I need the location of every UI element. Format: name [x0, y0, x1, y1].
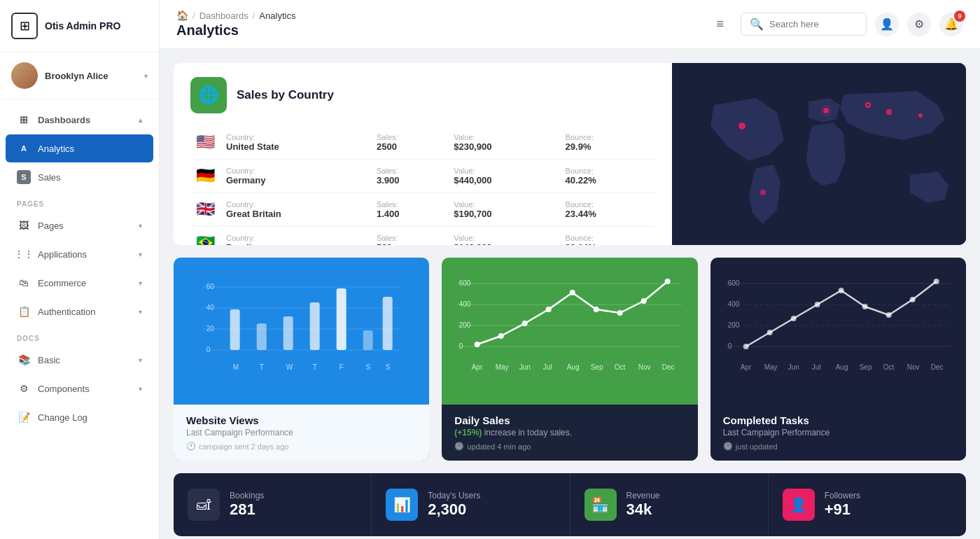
- clock-icon2: 🕐: [454, 442, 464, 451]
- bounce-value: 32.14%: [566, 242, 650, 245]
- page-title: Analytics: [176, 22, 699, 38]
- sidebar-item-authentication[interactable]: 📋 Authentication ▾: [6, 298, 153, 326]
- bar-chart-svg: 60 40 20 0 M T: [185, 266, 418, 378]
- changelog-label: Change Log: [38, 412, 142, 423]
- bounce-label: Bounce:: [566, 200, 650, 209]
- svg-text:Apr: Apr: [472, 363, 483, 371]
- svg-text:May: May: [496, 363, 509, 371]
- clock-icon3: 🕐: [723, 442, 733, 451]
- search-box[interactable]: 🔍: [741, 13, 867, 36]
- svg-point-4: [918, 113, 923, 118]
- daily-sales-time: 🕐 updated 4 min ago: [454, 442, 685, 451]
- docs-section-label: DOCS: [0, 326, 159, 345]
- bounce-label: Bounce:: [566, 167, 650, 175]
- stat-item: 🛋 Bookings 281: [174, 473, 372, 536]
- country-label: Country:: [226, 200, 365, 209]
- svg-text:W: W: [286, 363, 293, 371]
- value-label: Value:: [454, 200, 554, 209]
- svg-text:Aug: Aug: [835, 363, 848, 371]
- breadcrumb-dashboards[interactable]: Dashboards: [200, 10, 248, 21]
- sidebar-item-sales[interactable]: S Sales: [6, 163, 153, 191]
- completed-tasks-time: 🕐 just updated: [723, 442, 953, 451]
- line-chart-green-svg: 600 400 200 0: [453, 266, 686, 378]
- sidebar-item-components[interactable]: ⚙ Components ▾: [6, 374, 153, 402]
- table-row: 🇧🇷 Country: Brasil Sales: 562 Value: $14…: [190, 227, 655, 246]
- sidebar-item-basic[interactable]: 📚 Basic ▾: [6, 346, 153, 374]
- notifications-icon[interactable]: 🔔 9: [939, 13, 963, 36]
- basic-icon: 📚: [17, 353, 31, 367]
- sidebar-item-dashboards[interactable]: ⊞ Dashboards ▴: [6, 106, 153, 134]
- breadcrumb-current: Analytics: [259, 10, 295, 21]
- completed-tasks-chart: 600 400 200 0: [710, 258, 966, 405]
- stat-value: +91: [825, 500, 860, 519]
- daily-sales-chart: 600 400 200 0: [442, 258, 697, 405]
- breadcrumb-sep1: /: [192, 10, 195, 21]
- sidebar-item-ecommerce[interactable]: 🛍 Ecommerce ▾: [6, 269, 153, 297]
- website-views-chart: 60 40 20 0 M T: [174, 258, 429, 405]
- svg-point-46: [641, 298, 647, 304]
- sales-badge: S: [17, 170, 31, 184]
- table-row: 🇩🇪 Country: Germany Sales: 3.900 Value: …: [190, 160, 655, 193]
- svg-point-5: [760, 190, 766, 195]
- hamburger-menu-icon[interactable]: ≡: [710, 14, 729, 34]
- svg-point-45: [617, 310, 623, 316]
- svg-text:Dec: Dec: [662, 363, 675, 371]
- daily-sales-card: 600 400 200 0: [442, 258, 697, 461]
- header-right: 🔍 👤 ⚙ 🔔 9: [741, 13, 963, 36]
- sidebar-item-analytics[interactable]: A Analytics: [6, 134, 153, 162]
- svg-rect-20: [310, 302, 320, 350]
- country-flag: 🇺🇸: [196, 133, 215, 150]
- sidebar-item-applications[interactable]: ⋮⋮ Applications ▾: [6, 240, 153, 268]
- value-amount: $440,000: [454, 175, 554, 186]
- pages-section-label: PAGES: [0, 192, 159, 211]
- sbc-title: Sales by Country: [237, 88, 334, 102]
- svg-point-67: [790, 316, 796, 321]
- svg-text:T: T: [313, 363, 317, 371]
- value-amount: $230,900: [454, 141, 554, 152]
- country-label: Country:: [226, 167, 365, 175]
- svg-text:600: 600: [727, 279, 739, 287]
- pages-label: Pages: [38, 220, 132, 231]
- search-input[interactable]: [769, 19, 853, 29]
- table-row: 🇺🇸 Country: United State Sales: 2500 Val…: [190, 126, 655, 160]
- sidebar-item-pages[interactable]: 🖼 Pages ▾: [6, 211, 153, 239]
- header: 🏠 / Dashboards / Analytics Analytics ≡ 🔍…: [160, 0, 980, 49]
- logo-area: ⊞ Otis Admin PRO: [0, 0, 159, 52]
- logo-text: Otis Admin PRO: [45, 20, 120, 31]
- svg-text:200: 200: [727, 321, 739, 329]
- value-label: Value:: [454, 133, 554, 141]
- bounce-label: Bounce:: [566, 133, 650, 141]
- svg-point-73: [933, 279, 939, 284]
- sales-label: Sales:: [377, 167, 442, 175]
- settings-icon[interactable]: ⚙: [907, 13, 931, 36]
- breadcrumb-home-icon[interactable]: 🏠: [176, 10, 188, 21]
- value-label: Value:: [454, 234, 554, 242]
- user-profile[interactable]: Brooklyn Alice ▾: [0, 52, 159, 99]
- sales-label: Sales:: [377, 133, 442, 141]
- svg-text:S: S: [366, 363, 371, 371]
- svg-text:Aug: Aug: [567, 363, 580, 371]
- svg-point-3: [886, 109, 892, 115]
- daily-sales-title: Daily Sales: [454, 414, 685, 426]
- svg-point-71: [886, 312, 891, 318]
- user-account-icon[interactable]: 👤: [875, 13, 899, 36]
- main-area: 🏠 / Dashboards / Analytics Analytics ≡ 🔍…: [160, 0, 980, 539]
- value-label: Value:: [454, 167, 554, 175]
- table-row: 🇬🇧 Country: Great Britain Sales: 1.400 V…: [190, 193, 655, 227]
- value-amount: $190,700: [454, 209, 554, 219]
- sbc-header: 🌐 Sales by Country: [190, 77, 655, 113]
- applications-icon: ⋮⋮: [17, 247, 31, 261]
- country-name: United State: [226, 141, 365, 152]
- charts-row: 60 40 20 0 M T: [174, 258, 966, 461]
- line-chart-dark-svg: 600 400 200 0: [722, 266, 955, 378]
- website-views-info: Website Views Last Campaign Performance …: [174, 405, 429, 461]
- svg-text:600: 600: [459, 279, 471, 287]
- sales-value: 2500: [377, 141, 442, 152]
- bounce-label: Bounce:: [566, 234, 650, 242]
- svg-text:400: 400: [727, 300, 739, 308]
- value-amount: $143,960: [454, 242, 554, 245]
- svg-text:Apr: Apr: [740, 363, 751, 371]
- main-content: 🌐 Sales by Country 🇺🇸 Country: United St…: [160, 49, 980, 539]
- completed-tasks-card: 600 400 200 0: [710, 258, 966, 461]
- sidebar-item-changelog[interactable]: 📝 Change Log: [6, 403, 153, 431]
